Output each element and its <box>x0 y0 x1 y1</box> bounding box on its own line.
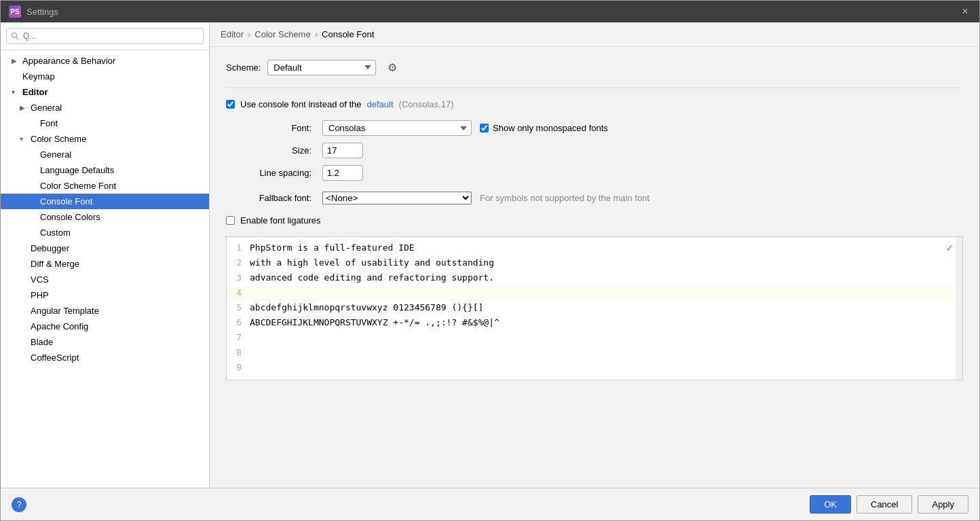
sidebar-label-debugger: Debugger <box>31 243 69 253</box>
sidebar-label-lang-defaults: Language Defaults <box>40 165 114 175</box>
breadcrumb: Editor › Color Scheme › Console Font <box>210 22 979 47</box>
sidebar-item-php[interactable]: PHP <box>1 287 209 303</box>
apply-button[interactable]: Apply <box>918 495 968 514</box>
line-code <box>247 331 252 346</box>
sidebar-label-blade: Blade <box>31 337 53 347</box>
scheme-label: Scheme: <box>226 62 261 73</box>
line-code: PhpStorm is a full-featured IDE <box>247 241 417 256</box>
sidebar-item-blade[interactable]: Blade <box>1 334 209 350</box>
arrow-icon-general: ▶ <box>20 104 29 111</box>
use-console-font-row: Use console font instead of the default … <box>226 99 963 109</box>
sidebar-label-cs-font: Color Scheme Font <box>40 181 116 191</box>
preview-line-8: 8 <box>227 346 962 361</box>
sidebar-item-angular[interactable]: Angular Template <box>1 303 209 319</box>
monospaced-checkbox[interactable] <box>480 124 489 132</box>
fallback-font-row: Fallback font: <None> Arial DejaVu Sans … <box>226 192 963 204</box>
arrow-icon-editor: ▾ <box>12 88 21 96</box>
close-button[interactable]: × <box>959 5 971 18</box>
sidebar-item-coffeescript[interactable]: CoffeeScript <box>1 350 209 365</box>
sidebar-item-cs-font[interactable]: Color Scheme Font <box>1 178 209 194</box>
default-link[interactable]: default <box>367 99 394 109</box>
search-box <box>1 22 209 50</box>
line-code <box>247 286 252 301</box>
sidebar-label-vcs: VCS <box>31 274 49 285</box>
sidebar-item-debugger[interactable]: Debugger <box>1 240 209 256</box>
sidebar-item-lang-defaults[interactable]: Language Defaults <box>1 162 209 178</box>
sidebar-label-general: General <box>31 103 62 113</box>
sidebar-item-console-font[interactable]: Console Font <box>1 194 209 209</box>
title-bar: PS Settings × <box>1 1 979 22</box>
line-number: 6 <box>227 316 247 331</box>
sidebar-item-custom[interactable]: Custom <box>1 225 209 240</box>
sidebar-label-keymap: Keymap <box>22 71 55 82</box>
preview-line-7: 7 <box>227 331 962 346</box>
scheme-row: Scheme: Default Darcula High contrast Mo… <box>226 58 963 77</box>
sidebar-item-console-colors[interactable]: Console Colors <box>1 209 209 225</box>
help-button[interactable]: ? <box>12 497 26 512</box>
line-number: 2 <box>227 256 247 271</box>
window-title: Settings <box>26 7 959 17</box>
line-number: 4 <box>227 286 247 301</box>
use-console-font-label: Use console font instead of the <box>240 99 362 109</box>
content-area: ▶Appearance & BehaviorKeymap▾Editor▶Gene… <box>1 22 979 488</box>
line-code <box>247 346 252 361</box>
sidebar-item-cs-general[interactable]: General <box>1 147 209 162</box>
bottom-bar: ? OK Cancel Apply <box>1 488 979 520</box>
size-input[interactable] <box>322 143 363 158</box>
mono-check-row: Show only monospaced fonts <box>480 123 963 133</box>
sidebar-item-font[interactable]: Font <box>1 115 209 131</box>
sidebar-label-appearance: Appearance & Behavior <box>22 56 115 66</box>
line-code: with a high level of usability and outst… <box>247 256 497 271</box>
scheme-select[interactable]: Default Darcula High contrast Monokai <box>267 60 376 75</box>
cancel-button[interactable]: Cancel <box>856 495 912 514</box>
sidebar-item-general[interactable]: ▶General <box>1 100 209 115</box>
spacing-label: Line spacing: <box>226 168 314 178</box>
sidebar-label-color-scheme: Color Scheme <box>31 134 86 144</box>
settings-window: PS Settings × ▶Appearance & BehaviorKeym… <box>0 0 980 521</box>
sidebar-item-diff-merge[interactable]: Diff & Merge <box>1 256 209 272</box>
sidebar-item-appearance[interactable]: ▶Appearance & Behavior <box>1 53 209 69</box>
breadcrumb-color-scheme: Color Scheme <box>255 29 310 39</box>
search-input[interactable] <box>6 28 204 44</box>
gear-button[interactable]: ⚙ <box>383 58 402 77</box>
ok-button[interactable]: OK <box>810 495 851 514</box>
font-label: Font: <box>226 123 314 133</box>
sidebar-item-apache[interactable]: Apache Config <box>1 319 209 334</box>
main-panel: Editor › Color Scheme › Console Font Sch… <box>210 22 979 488</box>
monospaced-label: Show only monospaced fonts <box>493 123 611 133</box>
line-code: abcdefghijklmnopqrstuvwxyz 0123456789 ()… <box>247 301 486 316</box>
line-number: 3 <box>227 271 247 286</box>
breadcrumb-editor: Editor <box>221 29 244 39</box>
use-console-font-checkbox[interactable] <box>226 100 235 109</box>
sidebar-label-coffeescript: CoffeeScript <box>31 353 79 363</box>
preview-scrollbar[interactable] <box>956 237 962 380</box>
breadcrumb-sep-2: › <box>315 29 318 39</box>
sidebar-item-color-scheme[interactable]: ▾Color Scheme <box>1 131 209 147</box>
sidebar-label-console-colors: Console Colors <box>40 212 100 222</box>
line-number: 8 <box>227 346 247 361</box>
font-select[interactable]: Consolas Courier New DejaVu Sans Mono Fi… <box>322 120 472 136</box>
sidebar-item-keymap[interactable]: Keymap <box>1 69 209 84</box>
line-code <box>247 361 252 376</box>
fallback-select[interactable]: <None> Arial DejaVu Sans <box>322 192 472 204</box>
preview-line-4: 4 <box>227 286 962 301</box>
preview-line-2: 2with a high level of usability and outs… <box>227 256 962 271</box>
ligature-checkbox[interactable] <box>226 216 235 225</box>
line-code: advanced code editing and refactoring su… <box>247 271 497 286</box>
ligature-row: Enable font ligatures <box>226 215 963 226</box>
preview-check-icon: ✓ <box>946 241 953 254</box>
sidebar: ▶Appearance & BehaviorKeymap▾Editor▶Gene… <box>1 22 210 488</box>
size-label: Size: <box>226 145 314 156</box>
preview-line-6: 6ABCDEFGHIJKLMNOPQRSTUVWXYZ +-*/= .,;:!?… <box>227 316 962 331</box>
spacing-input[interactable] <box>322 165 363 181</box>
fallback-hint: For symbols not supported by the main fo… <box>480 193 963 203</box>
line-number: 9 <box>227 361 247 376</box>
sidebar-label-font: Font <box>40 118 58 128</box>
sidebar-label-editor: Editor <box>22 87 48 97</box>
sidebar-item-vcs[interactable]: VCS <box>1 272 209 287</box>
default-info: (Consolas,17) <box>399 99 454 109</box>
sidebar-item-editor[interactable]: ▾Editor <box>1 84 209 100</box>
sidebar-label-cs-general: General <box>40 149 71 160</box>
preview-line-9: 9 <box>227 361 962 376</box>
breadcrumb-sep-1: › <box>248 29 250 39</box>
